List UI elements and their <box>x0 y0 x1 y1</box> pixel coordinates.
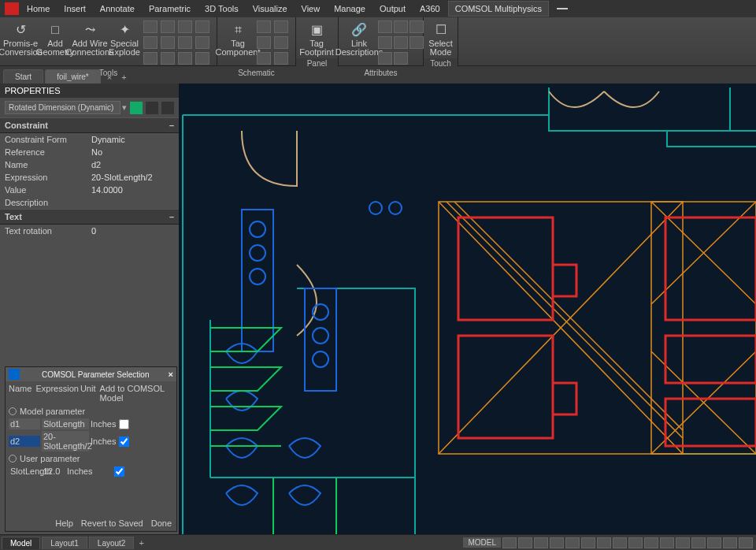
section-text[interactable]: Text– <box>0 209 179 225</box>
tool-small-4[interactable] <box>195 20 209 33</box>
attr-small-1[interactable] <box>378 20 392 33</box>
menu-annotate[interactable]: Annotate <box>94 2 141 16</box>
menu-a360[interactable]: A360 <box>413 2 447 16</box>
drawing-canvas[interactable] <box>179 84 756 534</box>
tool-small-12[interactable] <box>195 52 209 65</box>
promise-conversion-button[interactable]: ↺Promis-e Conversion <box>3 19 38 58</box>
menu-comsol[interactable]: COMSOL Multiphysics <box>448 1 549 17</box>
param-row-d1[interactable]: d1 SlotLength Inches <box>6 418 176 430</box>
tool-small-8[interactable] <box>195 36 209 49</box>
attr-small-3[interactable] <box>410 20 424 33</box>
done-button[interactable]: Done <box>151 518 172 528</box>
menu-3dtools[interactable]: 3D Tools <box>198 2 245 16</box>
tool-small-9[interactable] <box>143 52 158 65</box>
layout-add-icon[interactable]: + <box>134 537 148 549</box>
status-icon-9[interactable] <box>628 537 643 548</box>
pin-icon[interactable] <box>161 102 174 114</box>
status-icon-16[interactable] <box>739 537 753 548</box>
svg-rect-7 <box>242 210 273 351</box>
tab-layout1[interactable]: Layout1 <box>42 537 87 549</box>
tab-add-icon[interactable]: + <box>117 71 131 84</box>
status-icon-14[interactable] <box>707 537 721 548</box>
tool-small-1[interactable] <box>143 20 158 33</box>
status-icon-2[interactable] <box>518 537 532 548</box>
attr-small-5[interactable] <box>394 36 408 49</box>
attr-small-6[interactable] <box>410 36 424 49</box>
tab-model[interactable]: Model <box>2 537 40 549</box>
dialog-icon <box>9 369 20 380</box>
color-swatch-icon[interactable] <box>130 102 143 114</box>
status-icon-13[interactable] <box>691 537 706 548</box>
tool-small-7[interactable] <box>178 36 192 49</box>
radio-user-parameter[interactable] <box>9 455 17 463</box>
param-row-slotlength[interactable]: SlotLength 12.0 Inches <box>6 465 176 478</box>
menu-manage[interactable]: Manage <box>328 2 372 16</box>
menu-insert[interactable]: Insert <box>57 2 92 16</box>
chevron-down-icon[interactable]: ▾ <box>122 102 127 113</box>
sch-small-1[interactable] <box>257 20 271 33</box>
status-icon-6[interactable] <box>581 537 595 548</box>
section-constraint[interactable]: Constraint– <box>0 117 179 133</box>
sch-small-3[interactable] <box>257 36 271 49</box>
menu-output[interactable]: Output <box>373 2 412 16</box>
menu-visualize[interactable]: Visualize <box>246 2 294 16</box>
sch-small-2[interactable] <box>274 20 288 33</box>
attr-small-8[interactable] <box>394 52 408 65</box>
special-explode-button[interactable]: ✦Special Explode <box>107 19 142 58</box>
status-icon-15[interactable] <box>723 537 737 548</box>
close-icon[interactable]: × <box>169 370 173 379</box>
status-icon-8[interactable] <box>613 537 627 548</box>
status-icon-5[interactable] <box>565 537 580 548</box>
svg-rect-1 <box>651 202 756 454</box>
attr-small-4[interactable] <box>378 36 392 49</box>
revert-button[interactable]: Revert to Saved <box>81 518 143 528</box>
tool-small-11[interactable] <box>178 52 192 65</box>
tag-icon: ⌗ <box>228 20 248 39</box>
menu-parametric[interactable]: Parametric <box>143 2 197 16</box>
sch-small-6[interactable] <box>274 52 288 65</box>
status-icon-3[interactable] <box>534 537 548 548</box>
tab-start[interactable]: Start <box>3 69 43 84</box>
collapse-icon[interactable] <box>557 8 568 9</box>
sch-small-5[interactable] <box>257 52 271 65</box>
tab-layout2[interactable]: Layout2 <box>89 537 135 549</box>
prop-value[interactable]: Dynamic <box>91 135 125 144</box>
tag-footprint-button[interactable]: ▣Tag Footprint <box>299 19 334 58</box>
attr-small-7[interactable] <box>378 52 392 65</box>
properties-title: PROPERTIES <box>0 84 179 98</box>
status-icon-11[interactable] <box>660 537 674 548</box>
menu-home[interactable]: Home <box>20 2 56 16</box>
status-icon-7[interactable] <box>597 537 611 548</box>
checkbox-slotlength[interactable] <box>114 466 124 477</box>
tool-small-2[interactable] <box>161 20 175 33</box>
object-type-dropdown[interactable]: Rotated Dimension (Dynamic) <box>5 101 120 114</box>
help-button[interactable]: Help <box>55 518 73 528</box>
add-wire-connections-button[interactable]: ⤳Add Wire Connections <box>72 19 107 58</box>
status-icon-10[interactable] <box>644 537 658 548</box>
status-icon-4[interactable] <box>550 537 564 548</box>
tool-small-10[interactable] <box>161 52 175 65</box>
refresh-icon: ↺ <box>10 20 31 39</box>
menu-view[interactable]: View <box>295 2 327 16</box>
attr-small-icons <box>376 19 425 68</box>
checkbox-d2[interactable] <box>119 437 129 447</box>
tag-component-button[interactable]: ⌗Tag Component <box>220 19 255 58</box>
group-label-schematic: Schematic <box>217 68 295 79</box>
status-icon-1[interactable] <box>502 537 517 548</box>
tab-foilwire[interactable]: foil_wire* <box>45 69 101 84</box>
tool-small-3[interactable] <box>178 20 192 33</box>
tool-small-6[interactable] <box>161 36 175 49</box>
filter-icon[interactable] <box>146 102 158 114</box>
attr-small-2[interactable] <box>394 20 408 33</box>
param-row-d2[interactable]: d2 20-SlotLength/2 Inches <box>6 430 176 452</box>
sch-small-4[interactable] <box>274 36 288 49</box>
tool-small-5[interactable] <box>143 36 158 49</box>
checkbox-d1[interactable] <box>119 419 129 429</box>
tab-close-icon[interactable]: × <box>102 71 117 84</box>
svg-rect-5 <box>665 336 756 383</box>
radio-model-parameter[interactable] <box>9 407 17 415</box>
link-descriptions-button[interactable]: 🔗Link Descriptions <box>342 19 376 58</box>
select-mode-button[interactable]: ☐Select Mode <box>427 19 454 58</box>
comsol-parameter-dialog[interactable]: COMSOL Parameter Selection × NameExpress… <box>5 366 177 532</box>
status-icon-12[interactable] <box>676 537 690 548</box>
